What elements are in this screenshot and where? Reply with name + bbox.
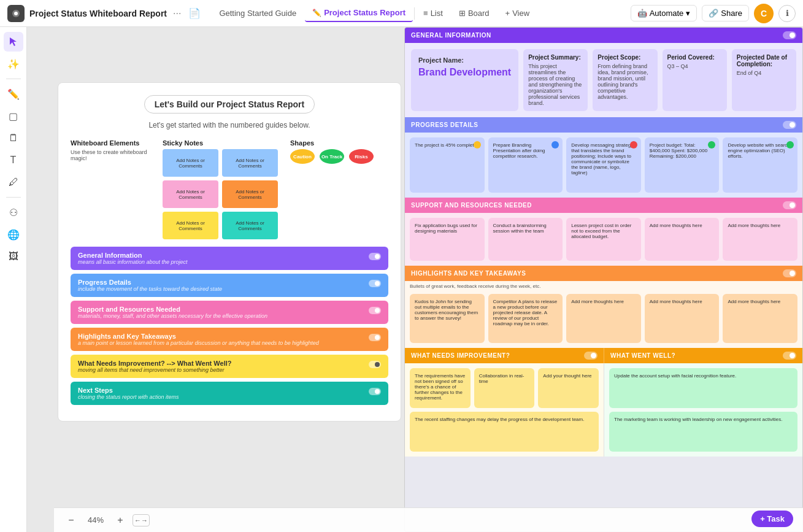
- note-tool-btn[interactable]: 🗒: [4, 128, 23, 148]
- section-improvement-toggle[interactable]: [369, 361, 381, 368]
- section-support-title: Support and Resources Needed: [78, 306, 267, 313]
- tab-nav: Getting Started Guide ✏️ Project Status …: [212, 4, 537, 22]
- improvement-header-label: WHAT NEEDS IMPROVEMENT?: [411, 352, 510, 359]
- report-section-general: GENERAL INFORMATION Project Name: Brand …: [405, 28, 802, 117]
- support-card-4: Add more thoughts here: [723, 218, 797, 261]
- more-options-icon[interactable]: ···: [173, 8, 181, 19]
- section-progress-desc: include the movement of the tasks toward…: [78, 286, 222, 292]
- section-support-desc: materials, money, staff, and other asset…: [78, 313, 267, 319]
- support-card-1: Conduct a brainstorming session within t…: [488, 218, 563, 261]
- image-tool-btn[interactable]: 🖼: [4, 247, 23, 266]
- progress-header-label: PROGRESS DETAILS: [411, 121, 478, 128]
- general-info-content: Project Name: Brand Development Project …: [405, 43, 802, 117]
- progress-card-0-text: The project is 45% complete.: [415, 142, 478, 148]
- section-highlights-toggle[interactable]: [369, 334, 381, 341]
- cursor-tool-btn[interactable]: [4, 32, 23, 52]
- improvement-card-0-text: The requirements have not been signed of…: [415, 373, 465, 401]
- improvement-card-0: The requirements have not been signed of…: [410, 368, 471, 408]
- automate-icon: 🤖: [637, 9, 647, 18]
- zoom-in-button[interactable]: +: [113, 513, 128, 528]
- shapes-col: Shapes Caution On Track Risks: [290, 139, 388, 239]
- bottom-bar: − 44% + ←→ + Task: [54, 507, 803, 532]
- general-info-toggle[interactable]: [783, 31, 796, 39]
- progress-header: PROGRESS DETAILS: [405, 117, 802, 133]
- section-general-info[interactable]: General Information means all basic info…: [71, 247, 388, 270]
- section-next-steps-text: Next Steps closing the status report wit…: [78, 387, 179, 400]
- info-icon[interactable]: ℹ: [778, 5, 796, 22]
- section-progress-toggle[interactable]: [369, 280, 381, 287]
- left-toolbar: ✨ ✏️ ▢ 🗒 T 🖊 ⚇ 🌐 🖼: [0, 27, 27, 532]
- scope-card: Project Scope: From defining brand idea,…: [593, 49, 657, 111]
- project-name-value: Brand Development: [418, 66, 511, 78]
- add-task-button[interactable]: + Task: [751, 511, 793, 527]
- tab-getting-started[interactable]: Getting Started Guide: [212, 5, 304, 21]
- highlight-card-0-text: Kudos to John for sending out multiple e…: [415, 299, 478, 321]
- progress-card-0: The project is 45% complete.: [410, 137, 485, 193]
- support-toggle[interactable]: [783, 201, 796, 209]
- section-next-steps-toggle[interactable]: [369, 388, 381, 395]
- went-well-toggle[interactable]: [783, 352, 796, 360]
- progress-card-1-text: Prepare Branding Presentation after doin…: [493, 142, 545, 159]
- section-support[interactable]: Support and Resources Needed materials, …: [71, 301, 388, 324]
- globe-tool-btn[interactable]: 🌐: [4, 225, 23, 244]
- whiteboard-elements-row: Whiteboard Elements Use these to create …: [71, 139, 388, 239]
- status-dot-green-2: [786, 141, 794, 148]
- section-progress[interactable]: Progress Details include the movement of…: [71, 274, 388, 297]
- progress-card-2-text: Develop messaging strategy that translat…: [571, 142, 633, 175]
- text-tool-btn[interactable]: T: [4, 150, 23, 170]
- main-layout: ✨ ✏️ ▢ 🗒 T 🖊 ⚇ 🌐 🖼 Let's Build our Proje…: [0, 27, 803, 532]
- projected-value: End of Q4: [737, 70, 791, 76]
- page-title: Project Status Whiteboard Report: [29, 9, 167, 18]
- section-next-steps[interactable]: Next Steps closing the status report wit…: [71, 382, 388, 405]
- sticky-note-pink-1[interactable]: Add Notes or Comments: [163, 180, 218, 208]
- connect-tool-btn[interactable]: ⚇: [4, 202, 23, 222]
- sticky-note-teal-1[interactable]: Add Notes or Comments: [222, 212, 278, 239]
- improvement-card-1: Collaboration in real-time: [474, 368, 535, 408]
- fit-button[interactable]: ←→: [133, 514, 150, 526]
- wb-elements-col: Whiteboard Elements Use these to create …: [71, 139, 150, 239]
- improvement-card-3-text: The recent staffing changes may delay th…: [415, 417, 584, 422]
- progress-toggle[interactable]: [783, 121, 796, 129]
- support-card-4-text: Add more thoughts here: [728, 223, 780, 228]
- pen-tool-btn[interactable]: ✏️: [4, 84, 23, 104]
- guide-panel: Let's Build our Project Status Report Le…: [58, 82, 401, 422]
- went-well-card-1-text: The marketing team is working with leade…: [614, 417, 782, 422]
- wb-elements-title: Whiteboard Elements: [71, 139, 150, 147]
- support-content: Fix application bugs used for designing …: [405, 213, 802, 266]
- automate-chevron-icon: ▾: [686, 9, 690, 18]
- section-highlights[interactable]: Highlights and Key Takeaways a main poin…: [71, 328, 388, 351]
- tab-project-status[interactable]: ✏️ Project Status Report: [305, 4, 413, 22]
- highlight-card-4-text: Add more thoughts here: [728, 299, 780, 304]
- highlights-header: HIGHLIGHTS AND KEY TAKEAWAYS: [405, 266, 802, 281]
- marker-tool-btn[interactable]: 🖊: [4, 172, 23, 192]
- magic-tool-btn[interactable]: ✨: [4, 54, 23, 74]
- tab-add-view[interactable]: + View: [498, 5, 537, 21]
- svg-marker-2: [10, 37, 17, 46]
- support-card-3-text: Add more thoughts here: [650, 223, 702, 228]
- zoom-out-button[interactable]: −: [64, 513, 79, 528]
- tab-board-label: Board: [468, 9, 490, 18]
- support-card-0-text: Fix application bugs used for designing …: [415, 223, 477, 234]
- sticky-note-orange-1[interactable]: Add Notes or Comments: [222, 180, 278, 208]
- sticky-note-yellow-1[interactable]: Add Notes or Comments: [163, 212, 218, 239]
- section-general-toggle[interactable]: [369, 253, 381, 260]
- share-button[interactable]: 🔗 Share: [702, 5, 749, 21]
- highlights-toggle[interactable]: [783, 269, 796, 277]
- toolbar-sep-2: [6, 197, 21, 198]
- sticky-note-blue-2[interactable]: Add Notes or Comments: [222, 149, 278, 177]
- improvement-toggle[interactable]: [584, 352, 597, 360]
- section-improvement[interactable]: What Needs Improvement? --> What Went We…: [71, 355, 388, 378]
- canvas[interactable]: Let's Build our Project Status Report Le…: [27, 27, 803, 532]
- wb-elements-subtitle: Use these to create whiteboard magic!: [71, 149, 150, 161]
- section-support-toggle[interactable]: [369, 307, 381, 314]
- automate-button[interactable]: 🤖 Automate ▾: [631, 5, 697, 21]
- scope-title: Project Scope:: [597, 54, 652, 61]
- status-dot-green-1: [708, 141, 715, 148]
- sticky-note-blue-1[interactable]: Add Notes or Comments: [163, 149, 218, 177]
- improvement-row: WHAT NEEDS IMPROVEMENT? The requirements…: [405, 348, 802, 457]
- tab-board[interactable]: ⊞ Board: [451, 5, 497, 21]
- summary-card: Project Summary: This project streamline…: [523, 49, 588, 111]
- rectangle-tool-btn[interactable]: ▢: [4, 106, 23, 126]
- support-header: SUPPORT AND RESOURCES NEEDED: [405, 198, 802, 213]
- tab-list[interactable]: ≡ List: [416, 5, 450, 21]
